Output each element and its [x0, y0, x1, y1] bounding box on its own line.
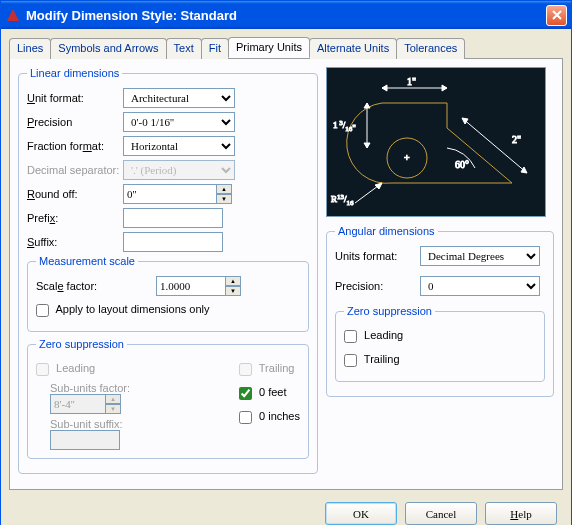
trailing-check: Trailing	[239, 362, 295, 376]
zero-suppression-angular-group: Zero suppression Leading Trailing	[335, 305, 545, 382]
fraction-format-select[interactable]: Horizontal	[123, 136, 235, 156]
subunits-factor-input	[50, 394, 106, 414]
ang-precision-label: Precision:	[335, 280, 420, 292]
subunit-suffix-input	[50, 430, 120, 450]
apply-layout-check[interactable]: Apply to layout dimensions only	[36, 303, 210, 317]
svg-text:2": 2"	[512, 134, 521, 145]
precision-label: Precision	[27, 116, 123, 128]
prefix-label: Prefix:	[27, 212, 123, 224]
zero-inches-check[interactable]: 0 inches	[239, 410, 300, 424]
tab-tolerances[interactable]: Tolerances	[396, 38, 465, 59]
ang-precision-select[interactable]: 0	[420, 276, 540, 296]
cancel-button[interactable]: Cancel	[405, 502, 477, 525]
tab-lines[interactable]: Lines	[9, 38, 51, 59]
ang-leading-check[interactable]: Leading	[344, 329, 403, 343]
zero-feet-check[interactable]: 0 feet	[239, 386, 287, 400]
svg-line-3	[462, 118, 527, 173]
svg-text:60°: 60°	[455, 159, 469, 170]
fraction-format-label: Fraction format:	[27, 140, 123, 152]
decimal-separator-label: Decimal separator:	[27, 164, 123, 176]
decimal-separator-select: '.' (Period)	[123, 160, 235, 180]
subfactor-down: ▼	[105, 404, 121, 414]
window-title: Modify Dimension Style: Standard	[26, 8, 237, 23]
tab-strip: Lines Symbols and Arrows Text Fit Primar…	[9, 37, 563, 58]
app-icon	[5, 7, 21, 23]
scale-down[interactable]: ▼	[225, 286, 241, 296]
measure-legend: Measurement scale	[36, 255, 138, 267]
svg-text:R13/16: R13/16	[331, 193, 354, 207]
tab-text[interactable]: Text	[166, 38, 202, 59]
zero-l-legend: Zero suppression	[36, 338, 127, 350]
measurement-scale-group: Measurement scale Scale factor: ▲▼ Apply…	[27, 255, 309, 332]
suffix-label: Suffix:	[27, 236, 123, 248]
scale-up[interactable]: ▲	[225, 276, 241, 286]
preview-pane: 1" 2" 1 3/16" + 60° R13/16	[326, 67, 546, 217]
tab-symbols[interactable]: Symbols and Arrows	[50, 38, 166, 59]
tab-alternate-units[interactable]: Alternate Units	[309, 38, 397, 59]
svg-text:+: +	[404, 152, 410, 163]
scale-factor-label: Scale factor:	[36, 280, 156, 292]
zero-a-legend: Zero suppression	[344, 305, 435, 317]
precision-select[interactable]: 0'-0 1/16''	[123, 112, 235, 132]
unit-format-label: Unit format:	[27, 92, 123, 104]
roundoff-down[interactable]: ▼	[216, 194, 232, 204]
linear-legend: Linear dimensions	[27, 67, 122, 79]
unit-format-select[interactable]: Architectural	[123, 88, 235, 108]
angular-dimensions-group: Angular dimensions Units format: Decimal…	[326, 225, 554, 397]
ang-trailing-check[interactable]: Trailing	[344, 353, 400, 367]
suffix-input[interactable]	[123, 232, 223, 252]
scale-factor-input[interactable]	[156, 276, 226, 296]
prefix-input[interactable]	[123, 208, 223, 228]
linear-dimensions-group: Linear dimensions Unit format: Architect…	[18, 67, 318, 474]
tab-primary-units[interactable]: Primary Units	[228, 37, 310, 58]
subunits-factor-label: Sub-units factor:	[50, 382, 219, 394]
roundoff-up[interactable]: ▲	[216, 184, 232, 194]
tab-fit[interactable]: Fit	[201, 38, 229, 59]
roundoff-label: Round off:	[27, 188, 123, 200]
subfactor-up: ▲	[105, 394, 121, 404]
angular-legend: Angular dimensions	[335, 225, 438, 237]
ang-units-format-label: Units format:	[335, 250, 420, 262]
close-button[interactable]	[546, 5, 567, 26]
help-button[interactable]: Help	[485, 502, 557, 525]
titlebar: Modify Dimension Style: Standard	[1, 1, 571, 29]
svg-text:1": 1"	[407, 76, 416, 87]
leading-check: Leading	[36, 362, 95, 376]
ok-button[interactable]: OK	[325, 502, 397, 525]
roundoff-input[interactable]	[123, 184, 217, 204]
zero-suppression-linear-group: Zero suppression Leading Sub-units facto…	[27, 338, 309, 459]
close-icon	[552, 10, 562, 20]
subunit-suffix-label: Sub-unit suffix:	[50, 418, 219, 430]
ang-units-format-select[interactable]: Decimal Degrees	[420, 246, 540, 266]
